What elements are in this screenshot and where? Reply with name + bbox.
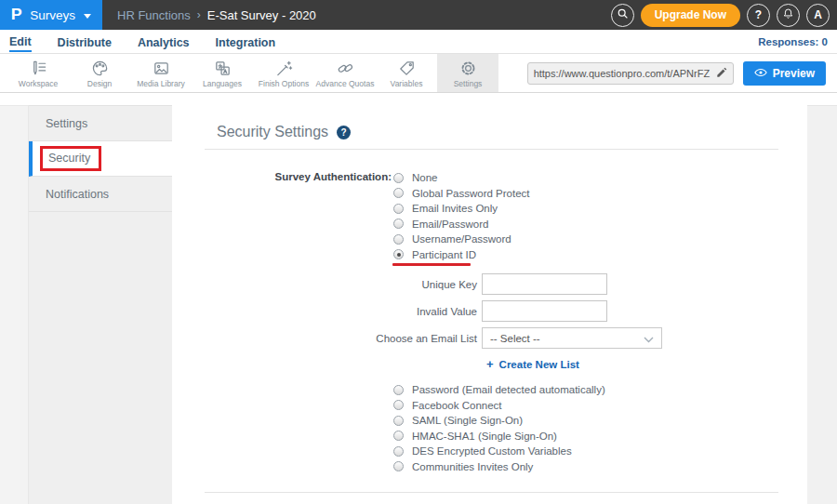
breadcrumb-folder[interactable]: HR Functions [117, 8, 191, 22]
radio-icon[interactable] [393, 234, 404, 245]
tab-analytics[interactable]: Analytics [138, 33, 190, 51]
radio-option-saml[interactable]: SAML (Single Sign-On) [393, 413, 807, 429]
radio-icon[interactable] [393, 431, 404, 441]
radio-icon[interactable] [393, 204, 404, 214]
topbar: P Surveys HR Functions › E-Sat Survey - … [0, 0, 837, 30]
bell-icon [782, 7, 794, 22]
settings-sidebar: Settings Security Notifications [28, 105, 172, 504]
divider [205, 492, 778, 493]
radio-option-email-password[interactable]: Email/Password [393, 217, 530, 232]
plus-icon: + [486, 358, 494, 370]
surveys-menu[interactable]: P Surveys [0, 0, 102, 30]
sidebar-item-label: Security [48, 152, 90, 165]
survey-url-field[interactable]: https://www.questionpro.com/t/APNrFZ [527, 62, 734, 85]
sidebar-item-label: Notifications [46, 188, 109, 201]
upgrade-now-button[interactable]: Upgrade Now [641, 4, 740, 27]
toolbar-right: https://www.questionpro.com/t/APNrFZ Pre… [527, 54, 837, 92]
tool-media-library[interactable]: Media Library [130, 54, 192, 92]
topbar-actions: Upgrade Now ? A [611, 4, 837, 27]
email-list-label: Choose an Email List [205, 333, 482, 344]
search-button[interactable] [611, 4, 634, 27]
radio-icon[interactable] [393, 461, 404, 471]
tab-distribute[interactable]: Distribute [58, 33, 112, 51]
radio-icon[interactable] [393, 416, 404, 426]
radio-option-participant-id[interactable]: Participant ID [393, 247, 530, 263]
radio-icon[interactable] [393, 400, 404, 410]
radio-option-global-password[interactable]: Global Password Protect [393, 186, 530, 202]
radio-option-none[interactable]: None [393, 170, 530, 186]
create-new-list-link[interactable]: + Create New List [486, 358, 807, 370]
unique-key-row: Unique Key [205, 273, 807, 295]
preview-button[interactable]: Preview [743, 61, 826, 86]
breadcrumb-survey-title[interactable]: E-Sat Survey - 2020 [207, 8, 316, 22]
radio-icon[interactable] [393, 219, 404, 229]
survey-nav: Edit Distribute Analytics Integration Re… [0, 30, 837, 54]
radio-option-communities-invites[interactable]: Communities Invites Only [393, 459, 807, 475]
tool-advance-quotas[interactable]: Advance Quotas [314, 54, 376, 92]
panel-header: Security Settings ? [217, 124, 807, 140]
right-gutter [807, 105, 837, 504]
invalid-value-row: Invalid Value [205, 300, 807, 322]
radio-icon[interactable] [393, 446, 404, 457]
radio-icon[interactable] [393, 385, 404, 395]
palette-icon [90, 59, 110, 78]
notifications-button[interactable] [777, 4, 800, 27]
chevron-down-icon [84, 14, 91, 19]
help-button[interactable]: ? [747, 4, 770, 27]
radio-icon[interactable] [393, 188, 404, 198]
pencil-icon [716, 65, 727, 82]
radio-option-des-encrypted[interactable]: DES Encrypted Custom Variables [393, 444, 807, 459]
email-list-select[interactable]: -- Select -- [482, 327, 662, 349]
survey-authentication-label: Survey Authentication: [205, 170, 392, 268]
edit-toolbar: Workspace Design Media Library Languages [0, 54, 837, 93]
responses-count[interactable]: Responses: 0 [758, 36, 828, 47]
red-annotation-box: Security [40, 146, 101, 171]
avatar[interactable]: A [806, 4, 830, 27]
tag-icon [397, 59, 417, 78]
radio-icon[interactable] [393, 173, 404, 183]
security-settings-panel: Security Settings ? Survey Authenticatio… [172, 93, 807, 504]
breadcrumb: HR Functions › E-Sat Survey - 2020 [117, 8, 316, 22]
divider [205, 149, 778, 150]
tool-settings[interactable]: Settings [437, 54, 498, 92]
tab-edit[interactable]: Edit [9, 32, 32, 52]
sidebar-item-security[interactable]: Security [29, 141, 172, 177]
chain-link-icon [336, 59, 355, 78]
tool-finish-options[interactable]: Finish Options [253, 54, 314, 92]
help-icon[interactable]: ? [337, 126, 351, 139]
wand-icon [274, 59, 294, 78]
sidebar-item-settings[interactable]: Settings [29, 106, 172, 141]
tool-variables[interactable]: Variables [376, 54, 437, 92]
unique-key-label: Unique Key [205, 279, 482, 290]
tab-integration[interactable]: Integration [216, 33, 276, 51]
radio-option-username-password[interactable]: Username/Password [393, 232, 530, 247]
product-label: Surveys [30, 8, 75, 22]
edit-url-button[interactable] [712, 65, 727, 82]
sidebar-item-notifications[interactable]: Notifications [29, 177, 172, 212]
tool-workspace[interactable]: Workspace [7, 54, 69, 92]
sidebar-item-label: Settings [46, 117, 87, 130]
unique-key-input[interactable] [482, 273, 607, 295]
translate-icon [213, 59, 232, 78]
radio-icon-selected[interactable] [393, 249, 404, 259]
radio-option-hmac-sha1[interactable]: HMAC-SHA1 (Single Sign-On) [393, 429, 807, 444]
tool-languages[interactable]: Languages [192, 54, 253, 92]
chevron-down-icon [644, 330, 654, 347]
search-icon [617, 7, 629, 22]
radio-option-password-email-detected[interactable]: Password (Email detected automatically) [393, 382, 807, 398]
toolbar-tools: Workspace Design Media Library Languages [0, 54, 498, 92]
page-title: Security Settings [217, 124, 328, 140]
invalid-value-label: Invalid Value [205, 306, 482, 317]
gear-icon [458, 59, 478, 78]
settings-content: Settings Security Notifications Security… [0, 93, 837, 504]
tool-design[interactable]: Design [69, 54, 130, 92]
image-icon [152, 59, 171, 78]
red-underline-annotation [392, 263, 471, 266]
invalid-value-input[interactable] [482, 300, 607, 322]
survey-authentication-row: Survey Authentication: None Global Passw… [205, 170, 807, 268]
breadcrumb-separator: › [197, 8, 201, 21]
radio-option-facebook-connect[interactable]: Facebook Connect [393, 398, 807, 414]
radio-option-email-invites-only[interactable]: Email Invites Only [393, 201, 530, 217]
left-gutter [0, 105, 28, 504]
eye-icon [754, 67, 767, 80]
